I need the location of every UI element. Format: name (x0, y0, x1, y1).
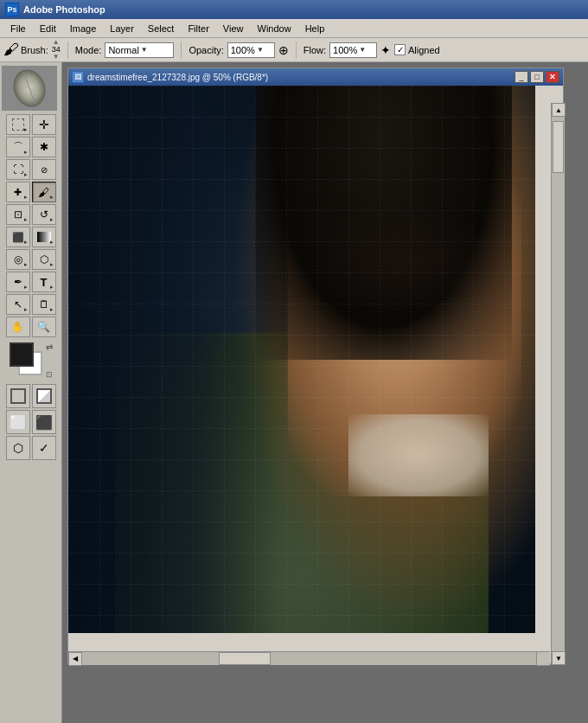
flow-group: Flow: 100% ▼ ✦ (304, 42, 391, 58)
scrollbar-right[interactable]: ▲ ▼ (551, 103, 565, 665)
marquee-icon (12, 118, 24, 131)
tool-blur[interactable]: ◎ ▸ (6, 249, 30, 270)
canvas-with-scrollbars: ▲ ▼ (68, 86, 565, 665)
mode-dropdown[interactable]: Normal ▼ (105, 42, 174, 58)
canvas-area: 🖼 dreamstimefree_2127328.jpg @ 50% (RGB/… (62, 62, 588, 723)
swap-colors-icon[interactable]: ⇄ (46, 342, 53, 352)
screen-mode-btn[interactable]: ⬜ (6, 410, 30, 434)
eraser-icon: ⬛ (12, 232, 24, 243)
scroll-right-track[interactable] (552, 117, 565, 651)
tool-row-1: ▸ ✛ (2, 114, 60, 135)
tool-clone[interactable]: ⊡ ▸ (6, 204, 30, 225)
tool-healing[interactable]: ✚ ▸ (6, 182, 30, 202)
tool-hand[interactable]: ✋ (6, 317, 30, 337)
mask-mode-row (6, 384, 56, 408)
scroll-right-thumb[interactable] (553, 121, 564, 173)
scroll-corner (536, 651, 550, 665)
tool-lasso[interactable]: ⌒ ▸ (6, 137, 30, 157)
tool-brush[interactable]: 🖌 ▸ (32, 182, 56, 202)
menu-view[interactable]: View (216, 22, 251, 35)
foreground-color-swatch[interactable] (10, 342, 34, 367)
move-icon: ✛ (39, 118, 49, 131)
menu-window[interactable]: Window (251, 22, 298, 35)
scroll-left-btn[interactable]: ◀ (68, 652, 82, 666)
healing-sub: ▸ (24, 194, 28, 201)
minimize-btn[interactable]: _ (514, 71, 528, 83)
window-controls: _ □ ✕ (514, 71, 559, 83)
scroll-h-track[interactable] (82, 652, 536, 665)
image-canvas[interactable] (68, 86, 535, 633)
menu-file[interactable]: File (3, 22, 33, 35)
scroll-h-thumb[interactable] (219, 652, 271, 665)
tool-row-10: ✋ 🔍 (2, 317, 60, 337)
menu-help[interactable]: Help (298, 22, 332, 35)
path-select-icon: ↖ (14, 298, 22, 310)
tool-pen[interactable]: ✒ ▸ (6, 272, 30, 292)
aligned-label: Aligned (408, 45, 440, 55)
tool-notes[interactable]: 🗒 ▸ (32, 294, 56, 315)
pen-icon: ✒ (14, 276, 22, 288)
screen-mode-row: ⬜ ⬛ (6, 410, 56, 434)
flow-label: Flow: (304, 45, 326, 55)
tool-gradient[interactable]: ▸ (32, 227, 56, 247)
zoom-icon: 🔍 (37, 321, 50, 333)
tool-move[interactable]: ✛ (32, 114, 56, 135)
menu-filter[interactable]: Filter (181, 22, 215, 35)
tool-row-2: ⌒ ▸ ✱ (2, 137, 60, 157)
standard-mode-btn[interactable] (6, 384, 30, 408)
separator-2 (181, 42, 182, 59)
quick-mask-btn[interactable] (32, 384, 56, 408)
tool-eraser[interactable]: ⬛ ▸ (6, 227, 30, 247)
doc-title-group: 🖼 dreamstimefree_2127328.jpg @ 50% (RGB/… (72, 71, 268, 83)
aligned-checkbox[interactable]: ✓ Aligned (394, 44, 440, 55)
tool-row-4: ✚ ▸ 🖌 ▸ (2, 182, 60, 202)
opacity-group: Opacity: 100% ▼ ⊕ (189, 42, 288, 58)
scrollbar-bottom[interactable]: ◀ ▶ (68, 651, 550, 665)
menu-edit[interactable]: Edit (33, 22, 63, 35)
tool-zoom[interactable]: 🔍 (32, 317, 56, 337)
close-btn[interactable]: ✕ (546, 71, 559, 83)
menu-image[interactable]: Image (63, 22, 104, 35)
flow-arrow: ▼ (359, 46, 366, 54)
slice-icon: ⊘ (41, 165, 48, 175)
blur-icon: ◎ (14, 253, 22, 266)
jump-to-icon: ⬡ (13, 441, 23, 455)
tool-path-select[interactable]: ↖ ▸ (6, 294, 30, 315)
tool-marquee[interactable]: ▸ (6, 114, 30, 135)
brush-label: Brush: (21, 45, 48, 55)
notes-icon: 🗒 (39, 298, 49, 310)
brush-size-control[interactable]: ▲ 34 ▼ (52, 39, 61, 61)
aligned-check-box[interactable]: ✓ (394, 44, 406, 55)
tool-dodge[interactable]: ⬡ ▸ (32, 249, 56, 270)
menu-layer[interactable]: Layer (103, 22, 141, 35)
tool-row-6: ⬛ ▸ ▸ (2, 227, 60, 247)
opacity-dropdown[interactable]: 100% ▼ (227, 42, 275, 58)
photo-left-dark (68, 86, 278, 633)
opacity-icon: ⊕ (278, 43, 289, 57)
edit-in-btn[interactable]: ✓ (32, 436, 56, 460)
tool-text[interactable]: T ▸ (32, 272, 56, 292)
clone-icon: ⊡ (14, 208, 22, 221)
tool-row-3: ⛶ ▸ ⊘ (2, 159, 60, 180)
scroll-down-btn[interactable]: ▼ (552, 651, 566, 665)
flow-dropdown[interactable]: 100% ▼ (329, 42, 377, 58)
brush-sub: ▸ (50, 194, 54, 201)
jump-to-btn[interactable]: ⬡ (6, 436, 30, 460)
tool-row-7: ◎ ▸ ⬡ ▸ (2, 249, 60, 270)
gradient-sub: ▸ (50, 239, 54, 246)
app-title: Adobe Photoshop (23, 4, 105, 15)
tool-history-brush[interactable]: ↺ ▸ (32, 204, 56, 225)
scroll-up-btn[interactable]: ▲ (552, 103, 566, 117)
main-area: ▸ ✛ ⌒ ▸ ✱ ⛶ ▸ ⊘ (0, 62, 588, 723)
blur-sub: ▸ (24, 261, 28, 268)
maximize-btn[interactable]: □ (530, 71, 544, 83)
separator-3 (296, 42, 297, 59)
swatch-container: ⊡ ⇄ (10, 342, 53, 381)
menu-select[interactable]: Select (141, 22, 182, 35)
tool-slice[interactable]: ⊘ (32, 159, 56, 180)
reset-colors-icon[interactable]: ⊡ (46, 370, 53, 379)
full-screen-btn[interactable]: ⬛ (32, 410, 56, 434)
tool-magic-wand[interactable]: ✱ (32, 137, 56, 157)
tool-crop[interactable]: ⛶ ▸ (6, 159, 30, 180)
doc-title-text: dreamstimefree_2127328.jpg @ 50% (RGB/8*… (87, 73, 268, 82)
